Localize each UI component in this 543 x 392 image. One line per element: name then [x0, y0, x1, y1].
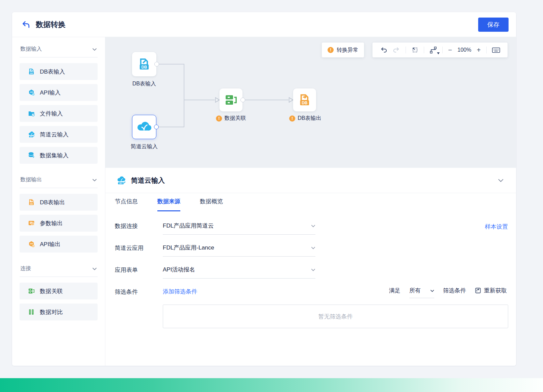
- divider: [20, 188, 98, 188]
- node-db-table-output[interactable]: DB: [293, 88, 316, 111]
- sidebar-item-label: 参数输出: [40, 219, 63, 227]
- svg-text:DB: DB: [30, 203, 33, 205]
- back-arrow-icon: [22, 20, 30, 29]
- tab-node-info[interactable]: 节点信息: [115, 198, 138, 211]
- select-value: FDL产品应用-Lance: [163, 244, 214, 252]
- section-label: 连接: [20, 265, 31, 272]
- app-window: 数据转换 保存 数据输入 DB DB表输入 API API输入 文件输入: [12, 12, 516, 366]
- select-value: API活动报名: [163, 266, 195, 273]
- node-db-table-input[interactable]: DB: [132, 52, 156, 76]
- zoom-in-icon[interactable]: +: [477, 47, 481, 53]
- api-input-icon: API: [28, 89, 35, 96]
- node-data-join[interactable]: [219, 88, 242, 111]
- warning-icon: !: [289, 115, 295, 122]
- sidebar-item-db-table-output[interactable]: DB DB表输出: [20, 194, 98, 211]
- connector-style-icon[interactable]: [430, 46, 437, 54]
- panel-tabs: 节点信息 数据来源 数据概览: [115, 198, 223, 211]
- flow-canvas[interactable]: DB DB表输入 简道云输入: [105, 37, 516, 168]
- divider: [406, 47, 406, 53]
- filter-controls: 满足 所有 筛选条件 重新获取: [389, 287, 507, 298]
- jdy-app-select[interactable]: FDL产品应用-Lance: [163, 244, 315, 257]
- warning-icon: !: [216, 115, 222, 122]
- panel-collapse-chevron-icon[interactable]: [498, 179, 504, 182]
- undo-icon[interactable]: [380, 46, 387, 54]
- param-output-icon: [28, 219, 35, 227]
- db-table-output-icon: DB: [28, 199, 35, 206]
- footer-gradient-bar: [0, 378, 543, 392]
- refetch-button[interactable]: 重新获取: [475, 287, 507, 294]
- app-form-select[interactable]: API活动报名: [163, 266, 315, 279]
- section-label: 数据输出: [20, 176, 42, 183]
- db-table-input-node-icon: DB: [137, 57, 151, 71]
- match-label: 满足: [389, 287, 400, 294]
- back-button[interactable]: [21, 20, 31, 30]
- zoom-out-icon[interactable]: −: [448, 47, 452, 53]
- save-button[interactable]: 保存: [478, 18, 509, 32]
- field-label: 简道云应用: [115, 244, 163, 252]
- sidebar-item-dataset-input[interactable]: 数据集输入: [20, 147, 98, 164]
- divider: [442, 47, 443, 53]
- data-connection-select[interactable]: FDL产品应用简道云: [163, 222, 315, 235]
- keyboard-shortcuts-icon[interactable]: [492, 47, 500, 53]
- sidebar-section-data-input[interactable]: 数据输入: [20, 37, 98, 57]
- sidebar-item-label: DB表输入: [40, 68, 65, 76]
- empty-text: 暂无筛选条件: [318, 313, 353, 320]
- sidebar-item-param-output[interactable]: 参数输出: [20, 215, 98, 232]
- sidebar-item-file-input[interactable]: 文件输入: [20, 105, 98, 122]
- warning-icon: !: [328, 47, 334, 53]
- file-input-icon: [28, 110, 35, 117]
- tab-data-overview[interactable]: 数据概览: [200, 198, 223, 211]
- sidebar-item-label: DB表输出: [40, 199, 65, 206]
- jdy-input-icon: JDY: [28, 131, 35, 138]
- jdy-cloud-node-icon: [136, 119, 152, 135]
- top-bar: 数据转换 保存: [12, 12, 516, 37]
- svg-text:API: API: [30, 243, 33, 245]
- marquee-select-icon[interactable]: [412, 47, 418, 53]
- sidebar-section-connect[interactable]: 连接: [20, 257, 98, 277]
- add-filter-link[interactable]: 添加筛选条件: [163, 288, 197, 295]
- match-mode-select[interactable]: 所有: [409, 287, 434, 298]
- dataset-input-icon: [28, 152, 35, 159]
- caret-down-icon: [437, 52, 440, 54]
- sidebar-item-api-input[interactable]: API API输入: [20, 84, 98, 101]
- field-label: 应用表单: [115, 266, 163, 274]
- chevron-down-icon: [311, 225, 315, 227]
- output-port[interactable]: [154, 125, 159, 129]
- node-label: ! DB表输出: [289, 115, 321, 122]
- zoom-level: 100%: [458, 47, 471, 53]
- field-label: 筛选条件: [115, 288, 163, 296]
- node-label: ! 数据关联: [216, 115, 246, 122]
- tab-data-source[interactable]: 数据来源: [157, 198, 180, 211]
- select-value: 所有: [409, 287, 421, 294]
- sidebar-item-data-join[interactable]: 数据关联: [20, 283, 98, 299]
- output-port[interactable]: [154, 62, 159, 67]
- svg-text:DB: DB: [30, 72, 33, 74]
- node-jdy-input[interactable]: [132, 115, 156, 139]
- transform-error-chip[interactable]: ! 转换异常: [322, 43, 364, 57]
- divider: [486, 47, 487, 53]
- canvas-toolbar: − 100% +: [372, 43, 508, 57]
- sidebar-section-data-output[interactable]: 数据输出: [20, 168, 98, 188]
- divider: [20, 277, 98, 277]
- divider: [424, 47, 424, 53]
- sidebar-item-jdy-input[interactable]: JDY 简道云输入: [20, 126, 98, 143]
- filter-empty-state: 暂无筛选条件: [163, 305, 508, 328]
- sidebar-item-label: 简道云输入: [40, 131, 69, 138]
- sidebar-item-db-table-input[interactable]: DB DB表输入: [20, 63, 98, 80]
- jdy-input-icon: JDY: [116, 175, 126, 185]
- sidebar-item-api-output[interactable]: API API输出: [20, 236, 98, 253]
- node-label: 简道云输入: [131, 143, 158, 150]
- api-output-icon: API: [28, 240, 35, 248]
- db-table-output-node-icon: DB: [298, 93, 312, 107]
- section-label: 数据输入: [20, 46, 42, 53]
- form-row-app-form: 应用表单 API活动报名: [115, 266, 315, 279]
- output-port[interactable]: [240, 98, 245, 102]
- page-title: 数据转换: [36, 20, 66, 30]
- sidebar-item-label: 文件输入: [40, 110, 63, 117]
- sidebar-item-label: 数据对比: [40, 308, 63, 316]
- redo-icon[interactable]: [393, 46, 400, 54]
- form-row-data-connection: 数据连接 FDL产品应用简道云: [115, 222, 315, 235]
- sidebar-item-data-compare[interactable]: 数据对比: [20, 304, 98, 320]
- sample-settings-link[interactable]: 样本设置: [485, 223, 508, 231]
- chevron-down-icon: [92, 267, 97, 270]
